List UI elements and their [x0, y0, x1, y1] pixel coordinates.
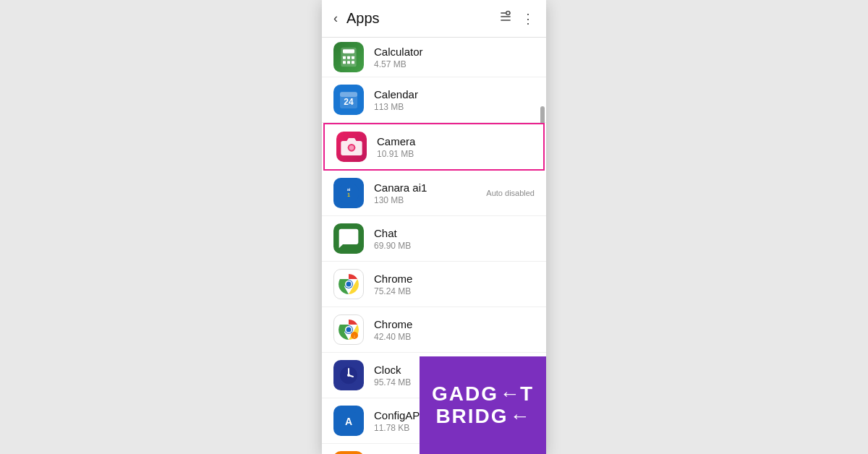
back-button[interactable]: ‹ — [333, 11, 338, 26]
svg-point-34 — [347, 374, 350, 377]
phone-panel: ‹ Apps ⋮ — [322, 0, 546, 454]
app-name: Calculator — [374, 46, 423, 58]
list-item[interactable]: Calculator 4.57 MB — [322, 38, 546, 77]
svg-rect-7 — [347, 56, 350, 59]
svg-text:A: A — [345, 416, 352, 427]
app-name: Clock — [374, 364, 411, 376]
app-name: Camera — [377, 135, 415, 147]
app-name: Chrome — [374, 273, 412, 285]
app-name: Canara ai1 — [374, 181, 427, 194]
filter-icon[interactable] — [498, 9, 513, 27]
app-size: 10.91 MB — [377, 149, 415, 159]
apps-header: ‹ Apps ⋮ — [322, 0, 546, 38]
app-info-chat: Chat 69.90 MB — [374, 227, 411, 251]
app-size: 4.57 MB — [374, 59, 423, 69]
app-info-clock: Clock 95.74 MB — [374, 364, 411, 387]
list-item[interactable]: ai 1 Canara ai1 130 MB Auto disabled — [322, 171, 546, 216]
app-size: 42.40 MB — [374, 332, 412, 342]
svg-rect-8 — [352, 56, 354, 59]
svg-text:↓: ↓ — [354, 334, 356, 338]
app-icon-canara: ai 1 — [333, 178, 364, 208]
app-info-chrome2: Chrome 42.40 MB — [374, 318, 412, 342]
watermark-line1: GADG — [432, 382, 498, 405]
app-status: Auto disabled — [486, 189, 535, 197]
app-icon-clock — [333, 360, 364, 390]
app-size: 75.24 MB — [374, 286, 412, 296]
app-icon-calendar: 24 — [333, 85, 364, 115]
app-icon-chrome — [333, 269, 364, 299]
app-icon-chrome2: ↓ — [333, 314, 364, 345]
svg-point-23 — [346, 282, 352, 287]
svg-rect-9 — [343, 61, 346, 64]
app-icon-camera — [336, 132, 367, 162]
app-info-calculator: Calculator 4.57 MB — [374, 46, 423, 69]
svg-point-2 — [506, 12, 510, 15]
app-icon-contacts — [333, 451, 364, 454]
app-size: 130 MB — [374, 195, 427, 205]
page-title: Apps — [346, 10, 498, 27]
app-size: 69.90 MB — [374, 241, 411, 251]
svg-point-27 — [346, 327, 352, 333]
svg-rect-10 — [347, 61, 350, 64]
app-icon-configapk: A — [333, 406, 364, 436]
app-size: 113 MB — [374, 102, 418, 112]
svg-text:1: 1 — [347, 192, 350, 197]
list-item[interactable]: Chrome 75.24 MB — [322, 262, 546, 307]
more-options-icon[interactable]: ⋮ — [522, 11, 535, 27]
svg-text:ai: ai — [347, 187, 351, 192]
svg-rect-11 — [352, 61, 354, 64]
svg-rect-6 — [343, 56, 346, 59]
list-item[interactable]: ↓ Chrome 42.40 MB — [322, 307, 546, 353]
app-name: Chrome — [374, 318, 412, 330]
app-name: Calendar — [374, 88, 418, 100]
svg-text:24: 24 — [344, 97, 354, 107]
app-info-chrome1: Chrome 75.24 MB — [374, 273, 412, 296]
app-icon-chat — [333, 223, 364, 254]
app-info-camera: Camera 10.91 MB — [377, 135, 415, 159]
list-item[interactable]: Camera 10.91 MB — [323, 123, 545, 171]
watermark-t: T — [520, 382, 534, 405]
header-actions: ⋮ — [498, 9, 535, 27]
app-list: Calculator 4.57 MB 24 Calendar 113 MB — [322, 38, 546, 454]
list-item[interactable]: Chat 69.90 MB — [322, 216, 546, 262]
svg-rect-5 — [343, 49, 354, 53]
app-size: 95.74 MB — [374, 377, 411, 387]
watermark-line2: BRIDG — [435, 405, 508, 427]
svg-point-16 — [349, 145, 354, 150]
app-name: Chat — [374, 227, 411, 239]
list-item[interactable]: 24 Calendar 113 MB — [322, 77, 546, 123]
app-info-calendar: Calendar 113 MB — [374, 88, 418, 112]
app-icon-calculator — [333, 42, 364, 72]
watermark: GADG→T BRIDG→ — [420, 356, 546, 454]
app-info-canara: Canara ai1 130 MB — [374, 181, 427, 205]
